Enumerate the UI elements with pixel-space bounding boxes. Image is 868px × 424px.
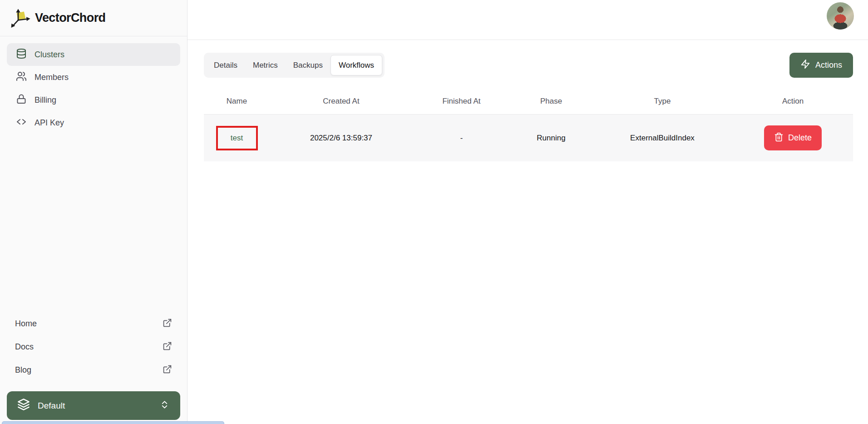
table-row: test 2025/2/6 13:59:37 - Running Externa… [204,114,853,161]
tab-label: Details [214,61,237,70]
annotation-highlight-box: test [216,126,258,150]
vectorchord-logo-icon [10,7,32,29]
external-link-icon [163,318,172,330]
tab-metrics[interactable]: Metrics [245,55,286,75]
table-header-row: Name Created At Finished At Phase Type A… [204,89,853,114]
cell-name: test [204,126,270,150]
delete-button[interactable]: Delete [764,125,822,150]
column-header-type: Type [592,97,733,106]
cell-action: Delete [733,125,853,150]
side-link-label: Docs [15,342,34,352]
column-header-phase: Phase [510,97,592,106]
sidebar-item-members[interactable]: Members [7,66,180,89]
workspace-label: Default [38,401,65,411]
actions-button[interactable]: Actions [789,53,853,78]
brand-header: VectorChord [0,0,187,36]
user-avatar[interactable] [827,2,854,30]
sidebar-link-home[interactable]: Home [7,312,180,335]
sidebar-footer: Home Docs [0,312,187,424]
lock-icon [16,94,27,107]
topbar [187,0,868,40]
chevrons-up-down-icon [159,399,170,412]
tab-details[interactable]: Details [206,55,245,75]
column-header-created-at: Created At [270,97,413,106]
column-header-name: Name [204,97,270,106]
sidebar-item-billing[interactable]: Billing [7,89,180,111]
tab-label: Workflows [339,61,374,70]
workspace-selector[interactable]: Default [7,391,180,420]
sidebar-item-label: Clusters [35,50,64,60]
column-header-finished-at: Finished At [413,97,510,106]
sidebar-item-label: Billing [35,95,56,105]
tab-workflows[interactable]: Workflows [330,55,382,75]
cell-type: ExternalBuildIndex [592,134,733,143]
sidebar-item-api-key[interactable]: API Key [7,111,180,134]
sidebar: VectorChord Clusters [0,0,187,424]
sidebar-item-clusters[interactable]: Clusters [7,43,180,66]
users-icon [16,71,27,84]
column-header-action: Action [733,97,853,106]
code-icon [16,116,27,130]
brand-title: VectorChord [35,11,105,25]
workflows-table: Name Created At Finished At Phase Type A… [204,89,853,161]
cell-phase: Running [510,134,592,143]
cell-finished-at: - [413,134,510,143]
side-link-label: Home [15,319,37,329]
tab-label: Metrics [253,61,278,70]
actions-button-label: Actions [815,60,842,70]
horizontal-scrollbar[interactable] [2,421,224,424]
external-link-icon [163,341,172,353]
cell-created-at: 2025/2/6 13:59:37 [270,134,413,143]
side-link-label: Blog [15,365,31,375]
tab-bar: Details Metrics Backups Workflows [204,53,385,78]
content: Details Metrics Backups Workflows [187,40,868,161]
sidebar-item-label: API Key [35,118,64,128]
lightning-icon [800,59,810,71]
tab-label: Backups [293,61,323,70]
sidebar-link-docs[interactable]: Docs [7,335,180,359]
delete-button-label: Delete [788,133,812,143]
toolbar: Details Metrics Backups Workflows [204,53,853,78]
trash-icon [774,132,784,144]
workflow-name-link[interactable]: test [231,134,243,143]
database-icon [16,48,27,61]
sidebar-link-blog[interactable]: Blog [7,359,180,382]
sidebar-item-label: Members [35,73,69,82]
app-root: VectorChord Clusters [0,0,868,424]
sidebar-nav: Clusters Members [0,36,187,134]
main-area: Details Metrics Backups Workflows [187,0,868,424]
external-link-icon [163,364,172,376]
layers-icon [17,398,30,413]
tab-backups[interactable]: Backups [286,55,330,75]
